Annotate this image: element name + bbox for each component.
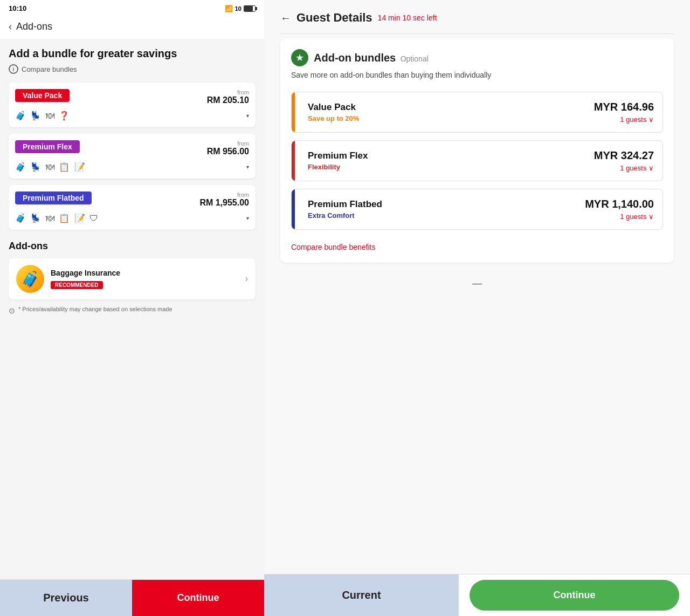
premium-flex-guests[interactable]: 1 guests ∨ bbox=[594, 164, 654, 172]
premium-flex-price-label: from bbox=[207, 140, 249, 147]
premium-flatbed-badge: Premium Flatbed bbox=[15, 191, 92, 204]
page-title-addons: Add-ons bbox=[16, 21, 52, 32]
premium-flex-subtitle: Flexibility bbox=[308, 163, 594, 171]
addon-bundles-desc: Save more on add-on bundles than buying … bbox=[291, 70, 663, 81]
optional-label: Optional bbox=[401, 54, 429, 63]
premium-flatbed-guests[interactable]: 1 guests ∨ bbox=[585, 213, 654, 221]
premium-flex-price-col: from 956.00 RM bbox=[207, 140, 249, 156]
baggage-addon-icon: 🧳 bbox=[16, 265, 44, 293]
premium-flatbed-option-right: MYR 1,140.00 1 guests ∨ bbox=[585, 198, 654, 221]
continue-button-red[interactable]: Continue bbox=[132, 580, 264, 616]
premium-flex-option-right: MYR 324.27 1 guests ∨ bbox=[594, 149, 654, 172]
value-pack-subtitle: Save up to 20% bbox=[308, 114, 594, 122]
addon-info: Baggage Insurance RECOMMENDED bbox=[51, 269, 239, 289]
premium-flex-content: Premium Flex Flexibility bbox=[300, 150, 594, 171]
bundle-top: Value Pack from 205.10 RM bbox=[15, 89, 249, 105]
premium-flex-price: 956.00 RM bbox=[207, 147, 249, 156]
value-pack-option-right: MYR 164.96 1 guests ∨ bbox=[594, 101, 654, 124]
bundle-icons-row: 🧳 💺 🍽 ❓ ▾ bbox=[15, 111, 249, 121]
disclaimer: ⊙ * Prices/availability may change based… bbox=[9, 299, 256, 321]
left-content: Add a bundle for greater savings i Compa… bbox=[0, 39, 264, 579]
back-arrow-icon[interactable]: ‹ bbox=[9, 21, 12, 32]
addon-bundles-title-group: Add-on bundles Optional bbox=[314, 52, 429, 64]
value-pack-price-col: from 205.10 RM bbox=[207, 89, 249, 105]
subtitle-row: i Compare bundles bbox=[9, 64, 256, 74]
bundle-top: Premium Flatbed from 1,955.00 RM bbox=[15, 191, 249, 208]
bundle-icons-row: 🧳 💺 🍽 📋 📝 ▾ bbox=[15, 162, 249, 172]
premium-flatbed-option[interactable]: Premium Flatbed Extra Comfort MYR 1,140.… bbox=[291, 189, 663, 230]
addons-section-title: Add-ons bbox=[9, 241, 256, 252]
battery-icon bbox=[244, 5, 256, 12]
right-page-title: Guest Details bbox=[296, 11, 372, 25]
subtitle-compare: Compare bundles bbox=[22, 65, 77, 73]
current-button[interactable]: Current bbox=[264, 574, 459, 616]
status-icons: 📶 10 bbox=[225, 5, 256, 12]
premium-flex-option-name: Premium Flex bbox=[308, 150, 594, 161]
premium-flatbed-option-price: MYR 1,140.00 bbox=[585, 198, 654, 210]
premium-flatbed-content: Premium Flatbed Extra Comfort bbox=[300, 199, 585, 220]
premium-flex-features: 🧳 💺 🍽 📋 📝 bbox=[15, 162, 86, 172]
value-pack-price-label: from bbox=[207, 89, 249, 95]
value-pack-badge: Value Pack bbox=[15, 89, 70, 102]
value-pack-guests[interactable]: 1 guests ∨ bbox=[594, 115, 654, 124]
info-icon: i bbox=[9, 64, 18, 74]
premium-flatbed-subtitle: Extra Comfort bbox=[308, 211, 585, 220]
value-pack-option-name: Value Pack bbox=[308, 102, 594, 113]
value-pack-price: 205.10 RM bbox=[207, 95, 249, 105]
right-panel: ← Guest Details 14 min 10 sec left ★ Add… bbox=[264, 0, 690, 616]
signal-strength: 10 bbox=[235, 5, 242, 12]
addon-bundles-card: ★ Add-on bundles Optional Save more on a… bbox=[280, 38, 674, 263]
bundle-icons-row: 🧳 💺 🍽 📋 📝 🛡 ▾ bbox=[15, 213, 249, 223]
value-pack-features: 🧳 💺 🍽 ❓ bbox=[15, 111, 71, 121]
premium-flatbed-price: 1,955.00 RM bbox=[199, 198, 249, 208]
section-title: Add a bundle for greater savings bbox=[9, 47, 256, 60]
right-bottom-bar: Current Continue bbox=[264, 574, 690, 616]
addon-bundles-title: Add-on bundles bbox=[314, 52, 396, 64]
right-content: ★ Add-on bundles Optional Save more on a… bbox=[264, 34, 690, 574]
left-panel: 10:10 📶 10 ‹ Add-ons Add a bundle for gr… bbox=[0, 0, 264, 616]
timer-badge: 14 min 10 sec left bbox=[378, 13, 437, 22]
premium-flex-accent bbox=[292, 141, 295, 181]
disclaimer-icon: ⊙ bbox=[9, 306, 15, 315]
premium-flatbed-features: 🧳 💺 🍽 📋 📝 🛡 bbox=[15, 213, 99, 223]
star-icon: ★ bbox=[291, 49, 308, 66]
back-header: ‹ Add-ons bbox=[0, 17, 264, 39]
premium-flex-option-price: MYR 324.27 bbox=[594, 149, 654, 162]
premium-flex-dropdown[interactable]: ▾ bbox=[246, 164, 249, 170]
continue-button-green[interactable]: Continue bbox=[470, 580, 679, 611]
right-back-arrow-icon[interactable]: ← bbox=[280, 12, 291, 24]
value-pack-option-price: MYR 164.96 bbox=[594, 101, 654, 113]
value-pack-content: Value Pack Save up to 20% bbox=[300, 102, 594, 122]
premium-flatbed-option-name: Premium Flatbed bbox=[308, 199, 585, 210]
previous-button[interactable]: Previous bbox=[0, 580, 132, 616]
disclaimer-text: * Prices/availability may change based o… bbox=[18, 306, 172, 312]
status-bar: 10:10 📶 10 bbox=[0, 0, 264, 17]
compare-link[interactable]: Compare bundle benefits bbox=[291, 243, 375, 251]
baggage-addon-card[interactable]: 🧳 Baggage Insurance RECOMMENDED › bbox=[9, 258, 256, 299]
left-bottom-bar: Previous Continue bbox=[0, 579, 264, 616]
value-pack-accent bbox=[292, 92, 295, 132]
value-pack-dropdown[interactable]: ▾ bbox=[246, 113, 249, 119]
addon-name: Baggage Insurance bbox=[51, 269, 239, 277]
premium-flatbed-dropdown[interactable]: ▾ bbox=[246, 215, 249, 221]
value-pack-card[interactable]: Value Pack from 205.10 RM 🧳 💺 🍽 ❓ ▾ bbox=[9, 83, 256, 127]
value-pack-option[interactable]: Value Pack Save up to 20% MYR 164.96 1 g… bbox=[291, 92, 663, 133]
premium-flatbed-accent bbox=[292, 189, 295, 229]
premium-flatbed-card[interactable]: Premium Flatbed from 1,955.00 RM 🧳 💺 🍽 📋… bbox=[9, 185, 256, 230]
premium-flex-card[interactable]: Premium Flex from 956.00 RM 🧳 💺 🍽 📋 📝 ▾ bbox=[9, 134, 256, 179]
signal-icon: 📶 bbox=[225, 5, 233, 12]
status-time: 10:10 bbox=[9, 4, 26, 12]
premium-flex-badge: Premium Flex bbox=[15, 140, 80, 153]
addon-chevron-icon[interactable]: › bbox=[245, 274, 248, 284]
right-header: ← Guest Details 14 min 10 sec left bbox=[264, 0, 690, 33]
scroll-indicator: — bbox=[280, 273, 674, 293]
premium-flex-option[interactable]: Premium Flex Flexibility MYR 324.27 1 gu… bbox=[291, 140, 663, 181]
premium-flatbed-price-col: from 1,955.00 RM bbox=[199, 191, 249, 208]
addon-bundles-header: ★ Add-on bundles Optional bbox=[291, 49, 663, 66]
bundle-top: Premium Flex from 956.00 RM bbox=[15, 140, 249, 156]
premium-flatbed-price-label: from bbox=[199, 191, 249, 198]
addon-tag: RECOMMENDED bbox=[51, 281, 103, 289]
